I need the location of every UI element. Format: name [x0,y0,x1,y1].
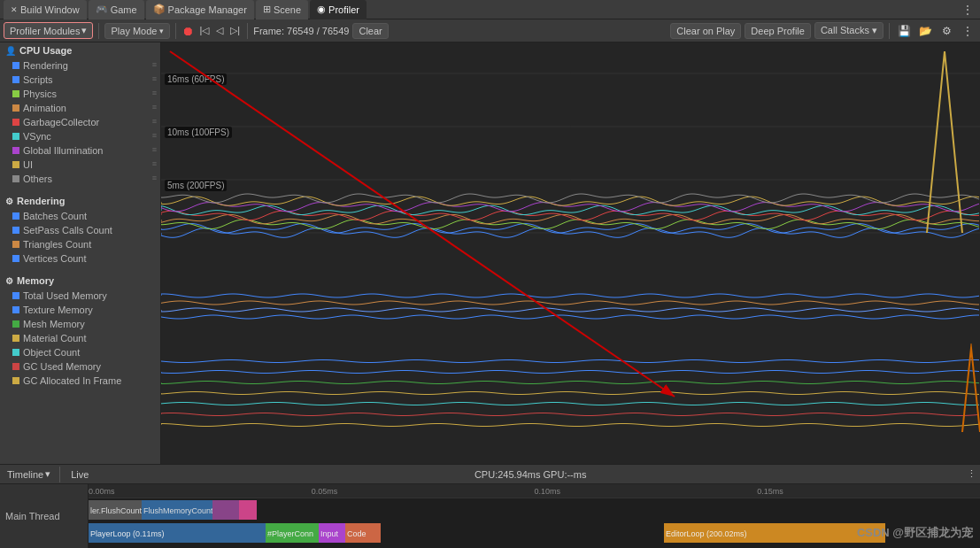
sidebar-item-gi[interactable]: Global Illumination ≡ [0,143,160,158]
gi-color [12,147,19,154]
item-label: Physics [23,89,57,99]
clear-label: Clear [359,26,382,36]
timeline-live-label[interactable]: Live [66,469,94,480]
tab-game[interactable]: 🎮 Game [89,0,144,19]
sidebar-item-total-memory[interactable]: Total Used Memory [0,289,160,303]
item-label: UI [23,159,33,170]
sidebar-item-mesh-memory[interactable]: Mesh Memory [0,317,160,331]
mesh-memory-color [12,320,19,328]
item-label: GC Allocated In Frame [23,375,121,386]
sidebar-item-setpass-count[interactable]: SetPass Calls Count [0,223,160,237]
rendering-color [12,62,19,69]
call-stacks-label: Call Stacks [821,25,869,35]
ruler-mark-2: 0.10ms [535,487,561,496]
memory-chart [161,343,980,464]
sidebar-item-rendering[interactable]: Rendering ≡ [0,58,160,73]
ruler-mark-1: 0.05ms [312,487,338,496]
drag-handle-icon: ≡ [152,89,157,97]
more-options-icon[interactable]: ⋮ [959,22,976,40]
sidebar-item-texture-memory[interactable]: Texture Memory [0,303,160,317]
record-button[interactable]: ⏺ [181,24,194,38]
profiler-modules-dropdown[interactable]: Profiler Modules ▾ [4,22,93,39]
physics-color [12,90,19,97]
load-icon[interactable]: 📂 [916,22,934,40]
drag-handle-icon: ≡ [152,74,157,83]
drag-handle-icon: ≡ [152,117,157,126]
timeline-cpu-stats: CPU:245.94ms GPU:--ms [97,469,963,480]
sidebar-item-batches-count[interactable]: Batches Count [0,209,160,223]
more-options-icon[interactable]: ⋮ [959,1,976,19]
chart-label-16ms: 16ms (60FPS) [165,73,227,85]
drag-handle-icon: ≡ [152,174,157,182]
tab-scene[interactable]: ⊞ Scene [256,0,308,19]
rendering-chart [161,246,980,343]
sidebar-section-cpu: 👤 CPU Usage [0,42,160,58]
main-thread-label: Main Thread [5,511,82,521]
step-back-button[interactable]: ◁ [214,25,225,36]
timeline-area: Timeline ▾ Live CPU:245.94ms GPU:--ms ⋮ … [0,464,980,548]
sidebar-item-vsync[interactable]: VSync ≡ [0,129,160,143]
separator [175,23,176,39]
step-forward-button[interactable]: ▷| [228,25,242,36]
sidebar-item-vertices-count[interactable]: Vertices Count [0,251,160,266]
gc-color [12,119,19,126]
separator [98,23,99,39]
memory-section-label: Memory [17,275,54,286]
sidebar-item-ui[interactable]: UI ≡ [0,158,160,172]
sidebar-item-gc-used[interactable]: GC Used Memory [0,359,160,374]
timeline-mode-dropdown[interactable]: Timeline ▾ [4,468,54,480]
clear-on-play-button[interactable]: Clear on Play [670,23,741,39]
others-color [12,175,19,182]
tab-build-window[interactable]: ✕ Build Window [4,0,87,19]
sidebar-item-animation[interactable]: Animation ≡ [0,101,160,115]
profiler-toolbar: Profiler Modules ▾ Play Mode ⏺ |◁ ◁ ▷| F… [0,19,980,42]
animation-color [12,104,19,112]
prev-frame-button[interactable]: |◁ [197,25,211,36]
item-label: Material Count [23,333,87,343]
vertices-color [12,255,19,262]
item-label: SetPass Calls Count [23,225,112,235]
sidebar-item-triangles-count[interactable]: Triangles Count [0,237,160,251]
chart-area[interactable]: 16ms (60FPS) 10ms (100FPS) 5ms (200FPS) [161,42,980,464]
sidebar-item-object-count[interactable]: Object Count [0,345,160,359]
track-content[interactable]: 0.00ms 0.05ms 0.10ms 0.15ms [89,484,980,548]
clear-button[interactable]: Clear [352,23,388,39]
item-label: Object Count [23,347,80,358]
gc-used-color [12,363,19,370]
item-label: Total Used Memory [23,290,107,301]
settings-icon[interactable]: ⚙ [938,22,955,40]
cpu-section-label: CPU Usage [19,45,72,56]
sidebar-item-material-count[interactable]: Material Count [0,331,160,345]
sidebar-item-others[interactable]: Others ≡ [0,172,160,186]
material-color [12,335,19,342]
save-icon[interactable]: 💾 [895,22,913,40]
sidebar-section-memory: ⚙ Memory [0,273,160,289]
item-label: VSync [23,131,51,142]
tab-profiler[interactable]: ◉ Profiler [310,0,367,19]
sidebar-item-gc-allocated[interactable]: GC Allocated In Frame [0,374,160,388]
timeline-menu-icon[interactable]: ⋮ [967,468,976,480]
rendering-section-icon: ⚙ [5,197,13,206]
ruler-mark-0: 0.00ms [89,487,115,496]
chart-label-5ms: 5ms (200FPS) [165,180,227,191]
sidebar-item-scripts[interactable]: Scripts ≡ [0,73,160,87]
tab-label: Package Manager [168,4,247,15]
gc-allocated-color [12,377,19,384]
profiler-icon: ◉ [317,4,326,15]
triangles-color [12,241,19,248]
tab-package-manager[interactable]: 📦 Package Manager [146,0,254,19]
timeline-dropdown-icon: ▾ [45,468,50,480]
sidebar-item-physics[interactable]: Physics ≡ [0,87,160,101]
memory-section-icon: ⚙ [5,276,13,286]
drag-handle-icon: ≡ [152,131,157,140]
call-stacks-button[interactable]: Call Stacks ▾ [814,22,884,39]
play-mode-dropdown[interactable]: Play Mode [104,23,170,39]
item-label: Global Illumination [23,145,104,156]
batches-color [12,212,19,220]
separator [247,23,248,39]
deep-profile-label: Deep Profile [751,26,805,36]
sidebar: 👤 CPU Usage Rendering ≡ Scripts ≡ Physic… [0,42,161,464]
sidebar-item-gc[interactable]: GarbageCollector ≡ [0,115,160,129]
deep-profile-button[interactable]: Deep Profile [745,23,811,39]
item-label: GC Used Memory [23,361,101,372]
